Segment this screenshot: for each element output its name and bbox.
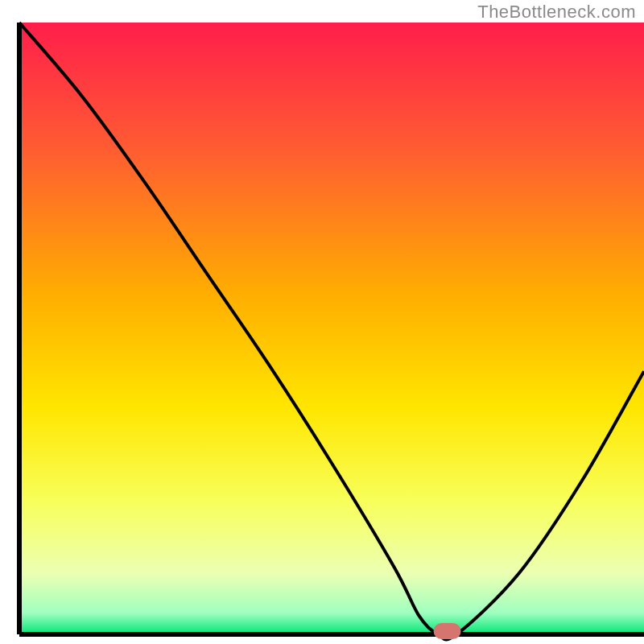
chart-frame: TheBottleneck.com xyxy=(0,0,644,644)
optimal-marker xyxy=(434,623,461,639)
plot-background xyxy=(19,23,644,634)
bottleneck-chart xyxy=(0,0,644,644)
